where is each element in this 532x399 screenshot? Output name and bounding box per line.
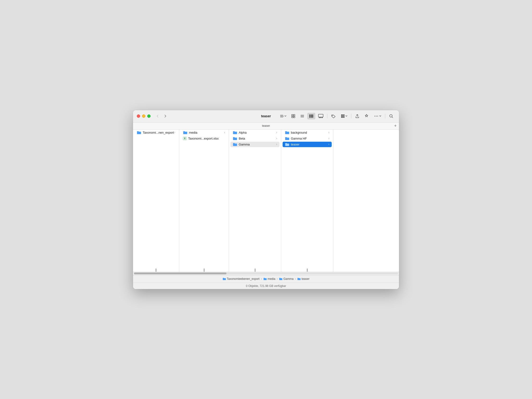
chevron-icon: › — [328, 131, 329, 134]
view-icon-button[interactable] — [289, 113, 297, 119]
list-item[interactable]: background › — [283, 130, 332, 135]
breadcrumb-separator: › — [295, 277, 296, 281]
breadcrumb-item[interactable]: Gamma — [279, 277, 293, 281]
chevron-icon: › — [276, 143, 277, 146]
column-3: Alpha › Beta › Gamma › — [229, 130, 281, 272]
chevron-icon: › — [224, 131, 225, 134]
pathbar: teaser + — [133, 123, 399, 130]
item-name: Gamma HF — [291, 137, 328, 140]
resize-handle-1[interactable] — [156, 268, 157, 272]
breadcrumb-item[interactable]: Taxonomieebenen_export — [223, 277, 260, 281]
folder-icon — [263, 277, 267, 280]
svg-rect-24 — [341, 117, 342, 118]
chevron-icon: › — [276, 137, 277, 140]
list-item[interactable]: media › — [181, 130, 227, 135]
column-4: background › Gamma HF › teaser › — [281, 130, 333, 272]
item-name: Taxonomi...export.xlsx — [188, 137, 225, 140]
svg-point-29 — [377, 116, 378, 117]
item-name: Taxonomi...nen_export — [143, 131, 174, 134]
maximize-button[interactable] — [147, 114, 151, 118]
item-name: background — [291, 131, 328, 134]
status-label: 0 Objekte, 721.98 GB verfügbar — [246, 284, 286, 288]
breadcrumb-label: Taxonomieebenen_export — [227, 277, 260, 281]
folder-icon — [297, 277, 301, 280]
excel-icon: X — [183, 137, 187, 140]
folder-icon — [223, 277, 226, 280]
column-1: Taxonomi...nen_export › — [133, 130, 179, 272]
folder-icon — [279, 277, 282, 280]
chevron-icon: › — [174, 131, 175, 134]
minimize-button[interactable] — [142, 114, 145, 118]
pathbar-title: teaser — [262, 124, 270, 127]
status-text: 0 Objekte, 721.98 GB verfügbar — [133, 283, 399, 289]
svg-rect-19 — [342, 114, 343, 115]
list-item[interactable]: X Taxonomi...export.xlsx — [181, 136, 227, 141]
search-button[interactable] — [387, 113, 395, 119]
app-grid-button[interactable] — [339, 113, 349, 119]
svg-point-27 — [374, 116, 375, 117]
resize-handle-4[interactable] — [307, 268, 308, 272]
chevron-icon: › — [328, 137, 329, 140]
column-2: media › X Taxonomi...export.xlsx — [179, 130, 229, 272]
resize-handle-3[interactable] — [255, 268, 256, 272]
svg-rect-18 — [341, 114, 342, 115]
svg-point-28 — [376, 116, 377, 117]
statusbar: Taxonomieebenen_export › media › Gamma › — [133, 275, 399, 289]
svg-rect-11 — [311, 114, 312, 118]
svg-point-17 — [332, 115, 333, 116]
toolbar-sep-2 — [351, 114, 351, 118]
svg-rect-6 — [293, 116, 295, 118]
chevron-icon: › — [328, 143, 329, 146]
tag-button[interactable] — [329, 113, 338, 119]
svg-rect-12 — [312, 114, 313, 118]
list-item[interactable]: Taxonomi...nen_export › — [134, 130, 177, 135]
svg-rect-5 — [291, 116, 293, 118]
svg-rect-21 — [341, 116, 342, 117]
scrollbar-thumb[interactable] — [134, 273, 226, 274]
resize-handle-2[interactable] — [204, 268, 205, 272]
svg-rect-23 — [343, 116, 344, 117]
svg-rect-4 — [293, 114, 295, 116]
breadcrumb-label: media — [268, 277, 275, 281]
view-gallery-button[interactable] — [316, 113, 325, 119]
share-button[interactable] — [353, 112, 361, 120]
svg-rect-14 — [319, 117, 320, 118]
view-list-button[interactable] — [298, 113, 306, 119]
list-item[interactable]: Gamma HF › — [283, 136, 332, 141]
list-item[interactable]: Alpha › — [230, 130, 279, 135]
breadcrumb-item[interactable]: teaser — [297, 277, 309, 281]
back-button[interactable] — [154, 113, 161, 119]
item-name: teaser — [291, 143, 328, 146]
titlebar: teaser — [133, 110, 399, 123]
item-name: Alpha — [239, 131, 276, 134]
svg-rect-15 — [320, 117, 321, 118]
item-name: media — [189, 131, 224, 134]
svg-rect-16 — [322, 117, 323, 118]
breadcrumb-bar: Taxonomieebenen_export › media › Gamma › — [133, 275, 399, 283]
label-button[interactable] — [362, 112, 371, 120]
nav-buttons — [154, 113, 169, 119]
view-column-button[interactable] — [307, 113, 315, 119]
svg-rect-13 — [318, 114, 323, 117]
content-area: Taxonomi...nen_export › media › X Taxono… — [133, 130, 399, 272]
item-name: Beta — [239, 137, 276, 140]
traffic-lights — [137, 114, 151, 118]
list-item[interactable]: Beta › — [230, 136, 279, 141]
svg-rect-20 — [343, 114, 344, 115]
finder-window: teaser — [133, 110, 399, 289]
more-options-button[interactable] — [372, 113, 383, 119]
column-5 — [333, 130, 399, 272]
svg-line-31 — [392, 117, 393, 118]
close-button[interactable] — [137, 114, 140, 118]
svg-rect-25 — [342, 117, 343, 118]
chevron-icon: › — [276, 131, 277, 134]
toolbar-sep-3 — [385, 114, 385, 118]
add-tab-button[interactable]: + — [394, 124, 397, 128]
list-item[interactable]: Gamma › — [230, 142, 279, 147]
scrollbar-track[interactable] — [134, 273, 398, 274]
forward-button[interactable] — [162, 113, 169, 119]
svg-rect-10 — [309, 114, 310, 118]
list-item[interactable]: teaser › — [283, 142, 332, 147]
breadcrumb-item[interactable]: media — [263, 277, 275, 281]
view-list-dropdown-button[interactable] — [278, 113, 288, 119]
